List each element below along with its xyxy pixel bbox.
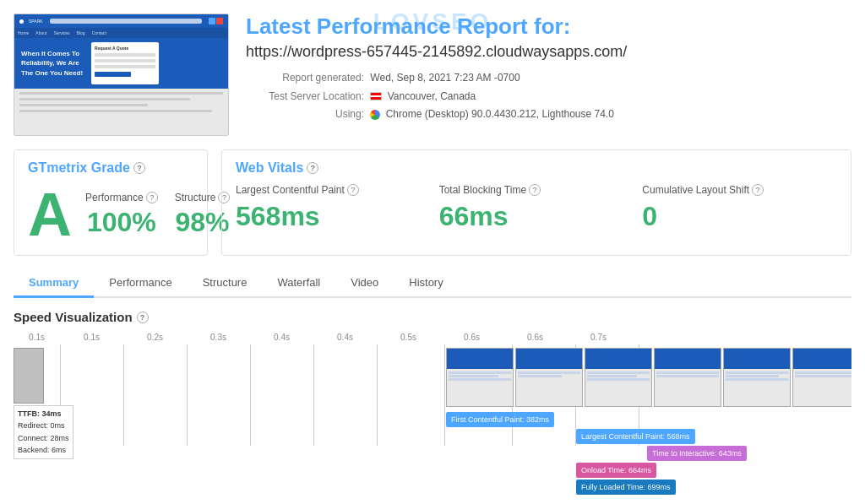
performance-help-icon[interactable]: ? xyxy=(146,192,158,203)
tbt-label: Total Blocking Time ? xyxy=(439,184,634,196)
report-meta: Report generated: Wed, Sep 8, 2021 7:23 … xyxy=(246,69,851,124)
vline-4 xyxy=(250,344,251,446)
tabs-bar: Summary Performance Structure Waterfall … xyxy=(14,269,851,298)
test-server-label: Test Server Location: xyxy=(246,88,364,106)
tab-waterfall[interactable]: Waterfall xyxy=(262,269,335,298)
report-url: https://wordpress-657445-2145892.cloudwa… xyxy=(246,43,851,61)
ttfb-connect: Connect: 28ms xyxy=(18,432,69,444)
ttfb-label: TTFB: 34ms xyxy=(18,408,69,420)
speed-visualization: 0.1s 0.1s 0.2s 0.3s 0.4s 0.4s 0.5s 0.6s … xyxy=(14,333,851,496)
web-vitals-help-icon[interactable]: ? xyxy=(307,162,318,174)
report-title: Latest Performance Report for: xyxy=(246,14,851,40)
test-server-value: Vancouver, Canada xyxy=(388,90,476,102)
tab-history[interactable]: History xyxy=(394,269,458,298)
tab-structure[interactable]: Structure xyxy=(188,269,263,298)
vline-5 xyxy=(313,344,314,446)
tab-performance[interactable]: Performance xyxy=(94,269,187,298)
speed-viz-help-icon[interactable]: ? xyxy=(137,312,149,323)
lcp-value: 568ms xyxy=(236,201,431,232)
canada-flag-icon xyxy=(370,92,382,100)
thumb-4 xyxy=(654,348,721,407)
header-section: SPARK HomeAboutServicesBlogContact When … xyxy=(14,14,851,136)
gtmetrix-grade-box: GTmetrix Grade ? A Performance ? 100% xyxy=(14,149,208,256)
tab-video[interactable]: Video xyxy=(335,269,394,298)
lcp-annotation: Largest Contentful Paint: 568ms xyxy=(576,429,695,444)
using-label: Using: xyxy=(246,106,364,124)
vitals-metrics: Largest Contentful Paint ? 568ms Total B… xyxy=(236,184,837,232)
grade-metrics: Performance ? 100% Structure ? 98% xyxy=(85,192,230,238)
cls-metric: Cumulative Layout Shift ? 0 xyxy=(642,184,837,232)
lcp-metric: Largest Contentful Paint ? 568ms xyxy=(236,184,431,232)
vline-2 xyxy=(123,344,124,446)
gtmetrix-grade-title: GTmetrix Grade ? xyxy=(28,160,193,176)
web-vitals-title: Web Vitals ? xyxy=(236,160,837,176)
web-vitals-box: Web Vitals ? Largest Contentful Paint ? … xyxy=(221,149,851,256)
tbt-value: 66ms xyxy=(439,201,634,232)
fcp-annotation: First Contentful Paint: 382ms xyxy=(446,412,554,427)
gtmetrix-help-icon[interactable]: ? xyxy=(133,162,145,174)
cls-help-icon[interactable]: ? xyxy=(752,184,764,196)
performance-label: Performance ? xyxy=(85,192,158,203)
grade-letter: A xyxy=(28,184,72,245)
grade-content: A Performance ? 100% Structure ? xyxy=(28,184,193,245)
cls-label: Cumulative Layout Shift ? xyxy=(642,184,837,196)
ttfb-redirect: Redirect: 0ms xyxy=(18,420,69,431)
vline-7 xyxy=(444,344,445,446)
report-generated-value: Wed, Sep 8, 2021 7:23 AM -0700 xyxy=(370,72,520,84)
tbt-metric: Total Blocking Time ? 66ms xyxy=(439,184,634,232)
main-container: LOVSEO SPARK HomeAboutServicesBlogContac… xyxy=(0,0,865,504)
tti-annotation: Time to Interactive: 643ms xyxy=(647,446,747,461)
cls-value: 0 xyxy=(642,201,837,232)
screenshot-preview: SPARK HomeAboutServicesBlogContact When … xyxy=(14,14,229,136)
report-generated-label: Report generated: xyxy=(246,69,364,88)
fully-loaded-annotation: Fully Loaded Time: 699ms xyxy=(576,480,676,495)
timeline-track: TTFB: 34ms Redirect: 0ms Connect: 28ms B… xyxy=(14,344,851,496)
ttfb-backend: Backend: 6ms xyxy=(18,444,69,456)
lcp-help-icon[interactable]: ? xyxy=(347,184,359,196)
performance-value: 100% xyxy=(85,207,158,238)
thumb-6 xyxy=(792,348,851,407)
lcp-label: Largest Contentful Paint ? xyxy=(236,184,431,196)
ttfb-label-box: TTFB: 34ms Redirect: 0ms Connect: 28ms B… xyxy=(14,405,73,459)
chrome-icon xyxy=(370,110,380,120)
using-value: Chrome (Desktop) 90.0.4430.212, Lighthou… xyxy=(386,108,614,120)
thumb-3 xyxy=(585,348,652,407)
speed-viz-title: Speed Visualization ? xyxy=(14,310,851,324)
thumbnails-strip xyxy=(446,348,851,407)
thumb-5 xyxy=(723,348,791,407)
vline-3 xyxy=(187,344,188,446)
performance-metric: Performance ? 100% xyxy=(85,192,158,238)
vline-6 xyxy=(377,344,378,446)
grades-section: GTmetrix Grade ? A Performance ? 100% xyxy=(14,149,851,256)
tab-summary[interactable]: Summary xyxy=(14,269,94,298)
ttfb-block xyxy=(14,348,44,404)
thumb-1 xyxy=(446,348,514,407)
report-info: Latest Performance Report for: https://w… xyxy=(246,14,851,136)
thumb-2 xyxy=(515,348,583,407)
tbt-help-icon[interactable]: ? xyxy=(529,184,541,196)
onload-annotation: Onload Time: 664ms xyxy=(576,463,656,478)
